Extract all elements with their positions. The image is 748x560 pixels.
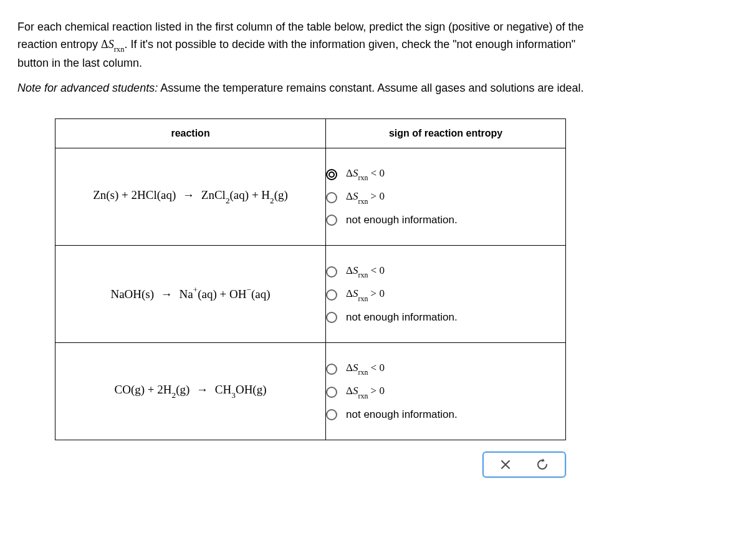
radio-icon[interactable] — [326, 312, 337, 323]
radio-icon[interactable] — [326, 169, 337, 180]
intro-text-2a: reaction entropy — [17, 38, 101, 51]
reaction-2: NaOH(s) → Na+(aq) + OH−(aq) — [55, 245, 326, 342]
option-gt[interactable]: ΔSrxn > 0 — [326, 385, 565, 399]
arrow-icon: → — [196, 383, 208, 397]
reset-icon[interactable] — [536, 458, 549, 471]
option-lt[interactable]: ΔSrxn < 0 — [326, 167, 565, 181]
header-sign: sign of reaction entropy — [326, 118, 566, 148]
table-row: CO(g) + 2H2(g) → CH3OH(g) ΔSrxn < 0 ΔSrx… — [55, 342, 566, 440]
option-nei[interactable]: not enough information. — [326, 408, 565, 421]
note-rest: Assume the temperature remains constant.… — [158, 82, 583, 94]
reaction-1: Zn(s) + 2HCl(aq) → ZnCl2(aq) + H2(g) — [55, 148, 326, 245]
option-nei[interactable]: not enough information. — [326, 214, 565, 226]
reaction-table: reaction sign of reaction entropy Zn(s) … — [55, 118, 566, 440]
radio-icon[interactable] — [326, 364, 337, 375]
option-lt[interactable]: ΔSrxn < 0 — [326, 264, 565, 279]
option-gt[interactable]: ΔSrxn > 0 — [326, 287, 565, 302]
option-gt[interactable]: ΔSrxn > 0 — [326, 190, 565, 205]
radio-icon[interactable] — [326, 215, 337, 226]
intro-text-1: For each chemical reaction listed in the… — [17, 21, 583, 33]
question-intro: For each chemical reaction listed in the… — [17, 19, 731, 72]
note-prefix: Note for advanced students: — [17, 82, 158, 94]
header-reaction: reaction — [55, 118, 326, 148]
radio-icon[interactable] — [326, 409, 337, 420]
option-lt[interactable]: ΔSrxn < 0 — [326, 362, 565, 376]
radio-icon[interactable] — [326, 387, 337, 398]
option-nei[interactable]: not enough information. — [326, 311, 565, 324]
delta-s-symbol: ΔSrxn — [101, 38, 124, 51]
arrow-icon: → — [161, 287, 173, 301]
question-note: Note for advanced students: Assume the t… — [17, 80, 731, 97]
close-icon[interactable] — [500, 459, 511, 470]
table-row: Zn(s) + 2HCl(aq) → ZnCl2(aq) + H2(g) ΔSr… — [55, 148, 566, 245]
intro-text-3: button in the last column. — [17, 57, 142, 69]
radio-icon[interactable] — [326, 289, 337, 301]
radio-icon[interactable] — [326, 192, 337, 203]
table-row: NaOH(s) → Na+(aq) + OH−(aq) ΔSrxn < 0 ΔS… — [55, 245, 566, 342]
reaction-3: CO(g) + 2H2(g) → CH3OH(g) — [55, 342, 326, 440]
radio-icon[interactable] — [326, 266, 337, 278]
action-bar — [482, 451, 566, 478]
intro-text-2b: . If it's not possible to decide with th… — [124, 38, 575, 51]
arrow-icon: → — [183, 188, 194, 202]
